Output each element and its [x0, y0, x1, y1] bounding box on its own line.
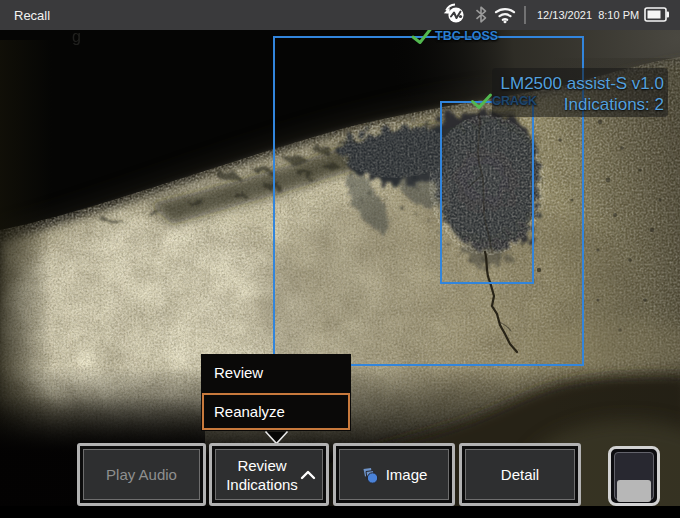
svg-text:g: g	[72, 28, 81, 45]
